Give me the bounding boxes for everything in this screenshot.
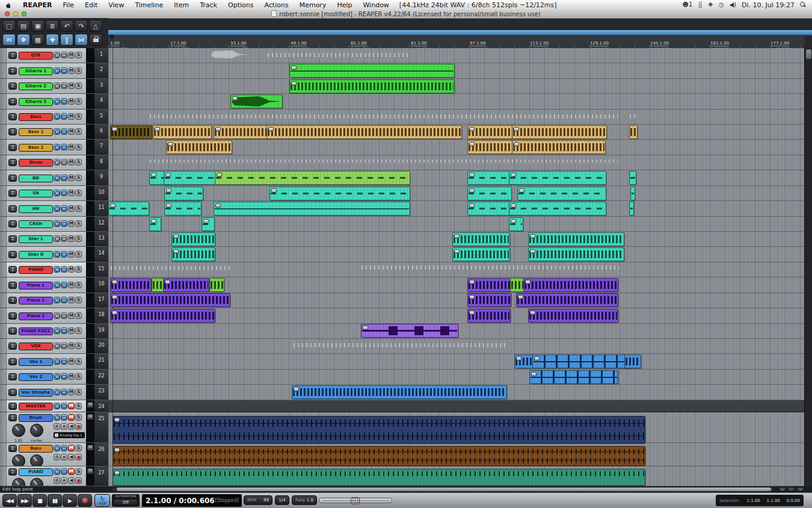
- media-item[interactable]: [171, 247, 215, 261]
- solo-button[interactable]: S: [75, 82, 82, 89]
- fx-button[interactable]: [61, 297, 67, 303]
- media-item[interactable]: [467, 125, 512, 139]
- track-panel-gitarre-1[interactable]: ↥Gitarre 1MS2: [0, 63, 108, 79]
- media-item[interactable]: [629, 202, 634, 215]
- solo-button[interactable]: S: [75, 468, 82, 475]
- media-item[interactable]: [110, 309, 215, 323]
- media-item[interactable]: [528, 232, 624, 246]
- media-item[interactable]: [153, 125, 212, 139]
- solo-button[interactable]: S: [75, 52, 82, 58]
- rec-input-button[interactable]: [75, 477, 82, 484]
- media-item[interactable]: [532, 355, 632, 368]
- media-item[interactable]: [289, 79, 455, 93]
- record-arm-button[interactable]: ↥: [8, 144, 17, 151]
- solo-button[interactable]: S: [75, 220, 82, 227]
- mute-button[interactable]: M: [68, 266, 75, 273]
- track-name[interactable]: Drum: [19, 414, 53, 422]
- grid-button[interactable]: ▦: [31, 34, 45, 46]
- track-name[interactable]: HH: [19, 205, 53, 213]
- track-panel-gtr[interactable]: ↥GTRMS1: [0, 48, 108, 63]
- time-signature-control[interactable]: 1/4: [275, 495, 289, 505]
- fx-button[interactable]: [61, 67, 67, 74]
- media-item[interactable]: [509, 171, 606, 185]
- track-panel-vox-strophe[interactable]: ↥Vox StropheMS23: [0, 385, 108, 400]
- fx-button[interactable]: [61, 159, 67, 166]
- fx-button[interactable]: [61, 445, 67, 451]
- envelope-button[interactable]: [54, 159, 60, 166]
- solo-button[interactable]: S: [75, 251, 82, 258]
- volume-knob[interactable]: [12, 424, 25, 437]
- save-project-button[interactable]: ▣: [31, 20, 45, 32]
- envelope-button[interactable]: [54, 251, 60, 258]
- ghost-waveform[interactable]: [149, 112, 618, 120]
- undo-button[interactable]: ↶: [60, 20, 73, 32]
- fx-button[interactable]: [61, 82, 67, 89]
- pan-knob[interactable]: [30, 454, 43, 466]
- media-item[interactable]: [110, 125, 152, 139]
- track-name[interactable]: MASTER: [19, 403, 53, 410]
- media-item[interactable]: [112, 446, 645, 466]
- fx-button[interactable]: [61, 205, 67, 212]
- media-item[interactable]: [164, 171, 215, 185]
- solo-button[interactable]: S: [75, 113, 82, 120]
- record-input-selector[interactable]: Analog Inp.1: [54, 432, 85, 438]
- track-name[interactable]: Vox 1: [19, 358, 53, 366]
- envelope-button[interactable]: [54, 403, 60, 409]
- fx-button[interactable]: [61, 266, 67, 273]
- playrate-slider-handle[interactable]: [351, 497, 360, 504]
- ghost-waveform[interactable]: [211, 49, 249, 60]
- playrate-control[interactable]: Rate:1.0: [292, 495, 317, 505]
- solo-button[interactable]: S: [75, 373, 82, 380]
- mute-button[interactable]: M: [68, 52, 75, 58]
- solo-button[interactable]: S: [75, 144, 82, 150]
- mute-button[interactable]: M: [68, 220, 75, 227]
- record-arm-button[interactable]: ↥: [8, 327, 17, 335]
- solo-button[interactable]: S: [75, 327, 82, 334]
- envelope-button[interactable]: [54, 297, 60, 303]
- media-item[interactable]: [452, 232, 510, 246]
- monitor-button[interactable]: ◀: [68, 454, 75, 460]
- solo-button[interactable]: S: [75, 342, 82, 349]
- solo-button[interactable]: S: [75, 403, 82, 409]
- track-name[interactable]: Drum: [19, 159, 53, 167]
- media-item[interactable]: [467, 171, 512, 185]
- media-item[interactable]: [529, 370, 618, 384]
- mute-button[interactable]: M: [68, 251, 75, 258]
- ruler-mark[interactable]: 129.1.001:17.575: [590, 36, 609, 49]
- mute-button[interactable]: M: [68, 297, 75, 303]
- media-item[interactable]: [149, 217, 161, 231]
- track-name[interactable]: PIANO: [19, 266, 53, 274]
- track-name[interactable]: Gitarre 1: [19, 67, 53, 75]
- track-name[interactable]: Shkr R: [19, 251, 53, 259]
- pause-button[interactable]: ▮▮: [48, 494, 62, 507]
- solo-button[interactable]: S: [75, 389, 82, 395]
- media-item[interactable]: [629, 125, 638, 139]
- mute-button[interactable]: M: [68, 235, 75, 242]
- menu-item-timeline[interactable]: Timeline: [129, 1, 168, 9]
- fx-button[interactable]: [61, 373, 67, 380]
- media-item[interactable]: [166, 140, 232, 154]
- envelope-button[interactable]: [54, 144, 60, 150]
- media-item[interactable]: [214, 202, 410, 215]
- pan-law-button[interactable]: ∧: [61, 423, 67, 430]
- record-button[interactable]: [78, 494, 92, 507]
- scroll-left-button[interactable]: ◂: [778, 487, 786, 492]
- track-name[interactable]: Bass: [19, 113, 53, 121]
- arrange-view[interactable]: [108, 48, 804, 486]
- mute-button[interactable]: M: [68, 414, 75, 421]
- mute-button[interactable]: M: [68, 175, 75, 181]
- track-panel-hh[interactable]: ↥HHMS11: [0, 201, 108, 217]
- bpm-control[interactable]: BPM99: [244, 495, 272, 505]
- media-item[interactable]: [514, 355, 534, 368]
- ruler-mark[interactable]: 49.1.000:29.090: [291, 36, 309, 49]
- selection-display[interactable]: Selection: 1.1.00 1.1.00 0.0.00: [716, 495, 804, 506]
- media-item[interactable]: [201, 217, 215, 231]
- media-item[interactable]: [171, 232, 215, 246]
- track-name[interactable]: SN: [19, 190, 53, 197]
- track-name[interactable]: PIANO: [19, 468, 53, 476]
- envelope-button[interactable]: [54, 190, 60, 196]
- menu-item-window[interactable]: Window: [357, 1, 394, 9]
- record-arm-button[interactable]: ↥: [8, 190, 17, 197]
- user-menu-icon[interactable]: ☻1: [683, 0, 693, 10]
- record-arm-button[interactable]: ↥: [8, 403, 17, 410]
